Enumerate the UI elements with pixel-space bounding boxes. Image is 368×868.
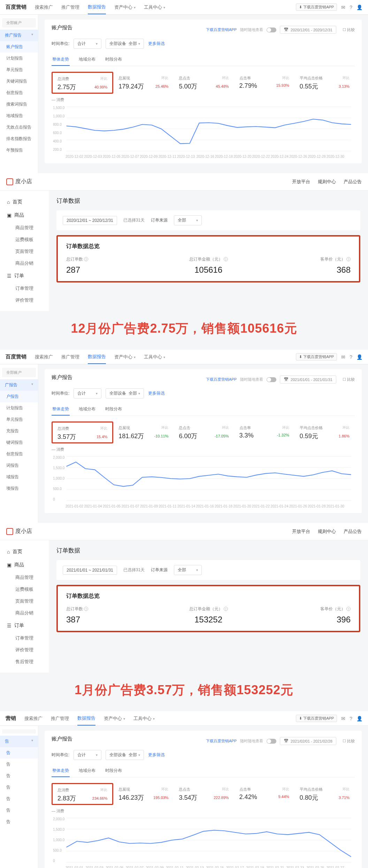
sidebar-item[interactable]: 地域报告: [0, 110, 38, 122]
help-icon[interactable]: ?: [346, 257, 351, 261]
help-top-icon[interactable]: ?: [350, 5, 352, 10]
store-top-link[interactable]: 产品公告: [344, 179, 362, 185]
device-select[interactable]: 全部设备 全部: [106, 388, 144, 398]
topnav-tab[interactable]: 资产中心: [114, 354, 136, 360]
store-top-link[interactable]: 开放平台: [292, 179, 310, 185]
topnav-tab[interactable]: 推广管理: [51, 715, 69, 722]
store-top-link[interactable]: 产品公告: [344, 528, 362, 535]
store-sidebar-sub[interactable]: 页面管理: [0, 595, 49, 607]
app-hint[interactable]: 下载百度营销APP: [206, 738, 237, 744]
sidebar-item[interactable]: 词报告: [0, 460, 38, 471]
stat-tab[interactable]: 时段分布: [105, 765, 123, 777]
stat-tab[interactable]: 整体走势: [52, 765, 70, 777]
sidebar-item[interactable]: 年预报告: [0, 145, 38, 156]
app-hint[interactable]: 下载百度营销APP: [206, 27, 237, 32]
metric-card[interactable]: 总展现环比 179.24万 25.46%: [113, 72, 174, 94]
store-sidebar-sub[interactable]: 订单管理: [0, 632, 49, 644]
metric-card[interactable]: 平均点击价格环比 0.59元 1.86%: [294, 421, 355, 443]
time-unit-select[interactable]: 合计: [74, 388, 101, 398]
sidebar-item[interactable]: 项报告: [0, 483, 38, 494]
help-top-icon[interactable]: ?: [350, 354, 352, 360]
metric-card[interactable]: 平均点击价格环比 0.55元 3.13%: [294, 72, 355, 94]
store-sidebar-sub[interactable]: 售后管理: [0, 656, 49, 668]
compare-toggle[interactable]: [267, 377, 276, 382]
store-source-select[interactable]: 全部: [174, 565, 202, 575]
more-filters-link[interactable]: 更多筛选: [148, 390, 165, 396]
stat-tab[interactable]: 地域分布: [78, 765, 96, 777]
compare-label[interactable]: ☐ 比较: [343, 738, 355, 744]
store-sidebar-sub[interactable]: 商品管理: [0, 572, 49, 583]
compare-label[interactable]: ☐ 比较: [343, 27, 355, 32]
sidebar-item[interactable]: 告: [0, 747, 38, 759]
store-source-select[interactable]: 全部: [174, 215, 202, 225]
store-sidebar-sub[interactable]: 评价管理: [0, 644, 49, 656]
store-date-range[interactable]: 2021/01/01 ~ 2021/01/31: [63, 566, 117, 575]
store-sidebar-sub[interactable]: 订单管理: [0, 282, 49, 294]
topnav-tab[interactable]: 数据报告: [88, 354, 106, 364]
sidebar-item[interactable]: 户报告: [0, 391, 38, 402]
compare-toggle[interactable]: [267, 28, 276, 32]
help-top-icon[interactable]: ?: [350, 716, 352, 721]
store-top-link[interactable]: 规则中心: [318, 528, 336, 535]
metric-card[interactable]: 总消费环比 2.75万 40.99%: [52, 72, 113, 94]
topnav-tab[interactable]: 推广管理: [61, 4, 79, 10]
topnav-tab[interactable]: 工具中心: [144, 4, 165, 10]
help-icon[interactable]: ?: [84, 607, 88, 611]
sidebar-account[interactable]: [2, 729, 36, 734]
help-icon[interactable]: ?: [346, 607, 351, 611]
sidebar-item[interactable]: 账户报告: [0, 41, 38, 53]
metric-card[interactable]: 点击率环比 2.79% 15.93%: [234, 72, 294, 94]
app-download-link[interactable]: ⬇ 下载百度营销APP: [296, 3, 337, 11]
metric-card[interactable]: 平均点击价格环比 0.80元 3.71%: [294, 783, 355, 805]
help-icon[interactable]: ?: [224, 257, 228, 261]
store-sidebar-sub[interactable]: 评价管理: [0, 294, 49, 306]
store-sidebar-sub[interactable]: 运费模板: [0, 583, 49, 595]
store-sidebar-sub[interactable]: 商品分销: [0, 257, 49, 269]
sidebar-group[interactable]: 告: [0, 736, 38, 747]
sidebar-item[interactable]: 告: [0, 816, 38, 828]
metric-card[interactable]: 总点击环比 6.00万 -17.05%: [174, 421, 234, 443]
user-icon[interactable]: 👤: [356, 716, 362, 721]
store-sidebar-sub[interactable]: 商品分销: [0, 607, 49, 619]
sidebar-item[interactable]: 创意报告: [0, 448, 38, 460]
device-select[interactable]: 全部设备 全部: [106, 750, 144, 760]
date-range-picker[interactable]: 2021/01/01 - 2021/01/31: [280, 375, 336, 383]
more-filters-link[interactable]: 更多筛选: [148, 41, 165, 47]
sidebar-item[interactable]: 无效点击报告: [0, 122, 38, 133]
sidebar-item[interactable]: 告: [0, 770, 38, 782]
sidebar-group[interactable]: 推广报告: [0, 30, 38, 41]
stat-tab[interactable]: 地域分布: [78, 54, 96, 66]
topnav-tab[interactable]: 资产中心: [104, 715, 125, 722]
store-sidebar-home[interactable]: ⌂首页: [0, 195, 49, 209]
sidebar-item[interactable]: 创意报告: [0, 87, 38, 99]
sidebar-group[interactable]: 广报告: [0, 379, 38, 391]
time-unit-select[interactable]: 合计: [74, 39, 101, 49]
user-icon[interactable]: 👤: [356, 354, 362, 360]
notification-icon[interactable]: ✉: [341, 716, 345, 721]
store-sidebar-home[interactable]: ⌂首页: [0, 545, 49, 558]
compare-toggle[interactable]: [267, 739, 276, 744]
topnav-tab[interactable]: 工具中心: [133, 715, 155, 722]
store-sidebar-orders[interactable]: ☰订单: [0, 619, 49, 632]
compare-label[interactable]: ☐ 比较: [343, 377, 355, 382]
metric-card[interactable]: 点击率环比 2.42% 9.44%: [234, 783, 294, 805]
sidebar-item[interactable]: 域报告: [0, 471, 38, 483]
sidebar-item[interactable]: 搜索词报告: [0, 99, 38, 110]
more-filters-link[interactable]: 更多筛选: [148, 752, 165, 758]
device-select[interactable]: 全部设备 全部: [106, 39, 144, 49]
sidebar-account[interactable]: 全部账户: [2, 368, 36, 377]
topnav-tab[interactable]: 资产中心: [114, 4, 136, 10]
notification-icon[interactable]: ✉: [341, 354, 345, 360]
sidebar-item[interactable]: 告: [0, 759, 38, 770]
date-range-picker[interactable]: 2021/02/01 - 2021/02/28: [280, 737, 336, 745]
stat-tab[interactable]: 地域分布: [78, 403, 96, 416]
sidebar-item[interactable]: 告: [0, 793, 38, 805]
help-icon[interactable]: ?: [84, 257, 88, 261]
stat-tab[interactable]: 整体走势: [52, 54, 70, 66]
sidebar-item[interactable]: 告: [0, 782, 38, 793]
store-top-link[interactable]: 开放平台: [292, 528, 310, 535]
store-sidebar-goods[interactable]: ▣商品: [0, 558, 49, 572]
store-sidebar-sub[interactable]: 运费模板: [0, 234, 49, 246]
store-date-range[interactable]: 2020/12/01 ~ 2020/12/31: [63, 216, 117, 225]
help-icon[interactable]: ?: [224, 607, 228, 611]
